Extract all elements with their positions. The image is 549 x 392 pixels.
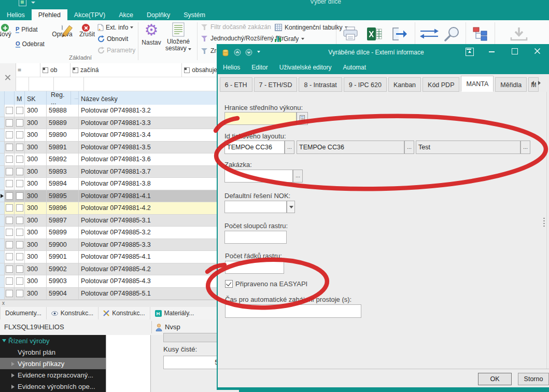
cancel-button[interactable]: Storno [518, 373, 549, 385]
row-checkbox[interactable] [6, 180, 13, 187]
dock-tab[interactable]: H Materiály... [150, 307, 199, 319]
simple-extended-filter-button[interactable]: Jednoduchý/Rozšířený filtr [201, 35, 284, 42]
restore-button[interactable] [466, 48, 474, 56]
ribbon-tab[interactable]: Systém [177, 9, 212, 20]
row-checkbox-m[interactable] [16, 168, 23, 175]
cas-input[interactable] [225, 304, 361, 318]
expander-icon[interactable] [11, 385, 15, 389]
dock-tab[interactable]: Konstrukc... [46, 307, 98, 319]
row-checkbox[interactable] [6, 265, 13, 273]
record-down-icon[interactable] [245, 49, 252, 56]
table-row[interactable]: 300 59901 Polotovar 0P749885-4.1 [0, 251, 218, 263]
dialog-menu-item[interactable]: Helios [223, 64, 240, 71]
filter-input[interactable] [54, 77, 84, 91]
nok-dropdown-button[interactable] [287, 201, 295, 213]
expander-icon[interactable] [11, 362, 15, 366]
row-checkbox[interactable] [6, 156, 13, 163]
row-checkbox[interactable] [6, 144, 13, 151]
row-checkbox-m[interactable] [16, 144, 23, 151]
filter-input[interactable] [84, 77, 218, 91]
titlebar-caret-icon[interactable] [257, 51, 260, 53]
ext-info-button[interactable]: Ext. info [97, 23, 138, 32]
download-button[interactable] [501, 23, 537, 44]
dialog-menu-item[interactable]: Editor [251, 64, 268, 71]
row-checkbox-m[interactable] [16, 265, 23, 273]
row-checkbox[interactable] [6, 192, 13, 200]
ok-button[interactable]: OK [478, 373, 512, 385]
close-icon[interactable] [534, 48, 541, 55]
hranice-input[interactable] [224, 112, 297, 125]
filter-operator-cell[interactable]: obsahuje [182, 63, 218, 77]
row-checkbox-m[interactable] [16, 253, 23, 260]
dialog-tab[interactable]: 8 - Intrastat [299, 77, 342, 92]
add-button[interactable]: P Přidat [16, 25, 53, 34]
row-checkbox-m[interactable] [16, 241, 23, 248]
row-checkbox-m[interactable] [16, 119, 23, 127]
excel-export-button[interactable] [364, 23, 385, 44]
zakazka-browse[interactable]: ... [293, 170, 303, 183]
row-checkbox[interactable] [6, 229, 13, 236]
dialog-tab[interactable]: 7 - ETH/SD [254, 77, 298, 92]
edit-button[interactable]: Oprava [50, 22, 75, 38]
table-row[interactable]: 300 59895 Polotovar 0P749881-4.1 [0, 190, 218, 203]
table-row[interactable]: 300 59904 Polotovar 0P749885-5.1 [0, 288, 218, 300]
dialog-tab[interactable]: Kód PDP [423, 77, 459, 92]
filter-operator-cell[interactable]: = [16, 63, 40, 77]
tree-item[interactable]: Řízení výroby [0, 335, 106, 346]
dialog-tab[interactable]: Kanban [388, 77, 421, 92]
row-checkbox-m[interactable] [16, 192, 23, 200]
record-up-icon[interactable] [234, 49, 241, 56]
hierarchy-button[interactable] [469, 23, 491, 44]
table-row[interactable]: 300 59890 Polotovar 0P749881-3.4 [0, 129, 218, 142]
dock-tab[interactable]: Konstrukc... [98, 307, 149, 319]
id-layout-input-1[interactable]: TEMPOe CC36 [224, 141, 285, 154]
dialog-tab[interactable]: Měřidla [495, 77, 527, 92]
calculator-button[interactable] [297, 112, 308, 125]
ribbon-tab[interactable]: Akce(TPV) [67, 9, 112, 20]
table-row[interactable]: 300 59896 Polotovar 0P749881-4.2 [0, 202, 218, 215]
clear-filter-button[interactable] [0, 63, 16, 91]
expander-icon[interactable] [11, 373, 15, 377]
row-checkbox-m[interactable] [16, 217, 23, 224]
quick-access-caret-icon[interactable] [31, 2, 35, 4]
dialog-menu-item[interactable]: Automat [343, 64, 366, 71]
dialog-titlebar[interactable]: Vyráběné dílce - Externí informace [218, 44, 549, 61]
table-row[interactable]: 300 59888 Polotovar 0P749881-3.2 [0, 105, 218, 117]
row-checkbox-m[interactable] [16, 290, 23, 297]
charts-button[interactable]: Grafy [275, 35, 304, 43]
remove-button[interactable]: O Odebrat [16, 40, 53, 48]
row-checkbox[interactable] [6, 107, 13, 114]
tab-scroll-right-icon[interactable] [538, 81, 541, 85]
id-layout-input-2[interactable]: TEMPOe CC36 [297, 141, 404, 154]
sloupce-input[interactable] [224, 231, 287, 244]
filter-disabled-button[interactable]: Filtr dočasně zakázán [201, 23, 271, 31]
dock-tab[interactable]: Dokumenty... [0, 307, 46, 319]
ribbon-tab[interactable]: Přehled [32, 9, 67, 20]
row-checkbox[interactable] [6, 168, 13, 175]
row-checkbox[interactable] [6, 253, 13, 260]
row-checkbox[interactable] [6, 217, 13, 224]
parameters-button[interactable]: Parametry [97, 46, 138, 54]
id-layout-browse-1[interactable]: ... [285, 141, 294, 154]
row-checkbox-m[interactable] [16, 107, 23, 114]
row-checkbox-m[interactable] [16, 131, 23, 138]
table-row[interactable]: 300 59891 Polotovar 0P749881-3.5 [0, 142, 218, 154]
table-row[interactable]: 300 59889 Polotovar 0P749881-3.3 [0, 117, 218, 130]
easyapi-checkbox[interactable] [225, 280, 233, 288]
quick-access-icon[interactable] [19, 0, 26, 6]
cancel-record-button[interactable]: Zrušit [75, 22, 100, 38]
table-row[interactable]: 300 59903 Polotovar 0P749885-4.3 [0, 275, 218, 288]
id-layout-browse-3[interactable]: ... [520, 141, 530, 154]
ribbon-tab[interactable]: Akce [112, 9, 140, 20]
id-layout-input-3[interactable]: Test [416, 141, 520, 154]
tree-item[interactable]: Výrobní příkazy [0, 358, 106, 369]
row-checkbox[interactable] [6, 131, 13, 138]
filter-operator-cell[interactable]: ob [40, 63, 71, 77]
dialog-tab[interactable]: 9 - IPC 620 [344, 77, 387, 92]
table-row[interactable]: 300 59902 Polotovar 0P749885-4.2 [0, 263, 218, 276]
row-checkbox[interactable] [6, 204, 13, 212]
table-row[interactable]: 300 59892 Polotovar 0P749881-3.6 [0, 153, 218, 166]
filter-input[interactable] [16, 77, 29, 91]
splitter-grip[interactable] [543, 218, 545, 227]
settings-button[interactable]: ⚙ Nastav [139, 22, 164, 46]
